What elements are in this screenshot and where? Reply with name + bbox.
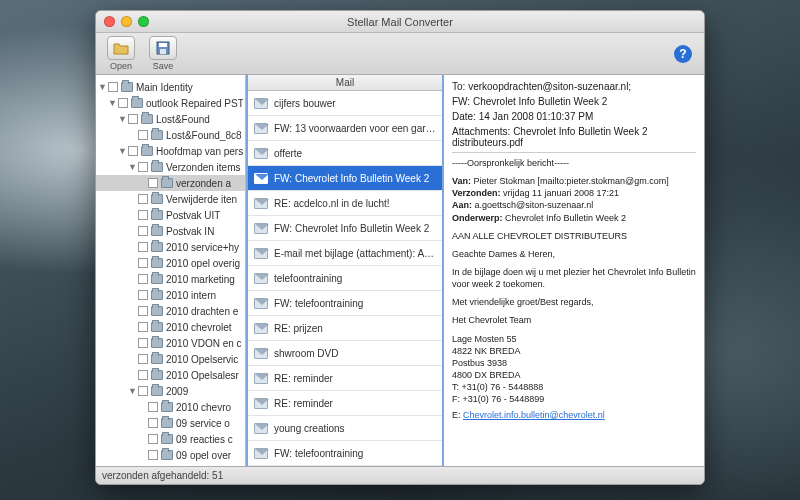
address-line: 4800 DX BREDA <box>452 369 696 381</box>
folder-icon <box>151 338 163 348</box>
mail-subject: shwroom DVD <box>274 348 338 359</box>
checkbox[interactable] <box>138 194 148 204</box>
tree-item[interactable]: 2010 chevro <box>96 399 245 415</box>
mail-subject: FW: Chevrolet Info Bulletin Week 2 <box>274 173 429 184</box>
help-button[interactable]: ? <box>674 45 692 63</box>
tree-item[interactable]: 2010 marketing <box>96 271 245 287</box>
mail-row[interactable]: shwroom DVD <box>248 341 442 366</box>
tree-item-label: 2010 VDON en c <box>166 338 242 349</box>
checkbox[interactable] <box>138 226 148 236</box>
save-button[interactable]: Save <box>144 36 182 71</box>
envelope-icon <box>254 198 268 209</box>
mail-row[interactable]: cijfers bouwer <box>248 91 442 116</box>
checkbox[interactable] <box>138 162 148 172</box>
checkbox[interactable] <box>138 242 148 252</box>
checkbox[interactable] <box>148 418 158 428</box>
orig-onderwerp: Onderwerp: Chevrolet Info Bulletin Week … <box>452 212 696 224</box>
tree-item[interactable]: 2010 Opelsalesr <box>96 367 245 383</box>
tree-item[interactable]: 2010 chevrolet <box>96 319 245 335</box>
checkbox[interactable] <box>148 178 158 188</box>
checkbox[interactable] <box>148 434 158 444</box>
checkbox[interactable] <box>138 210 148 220</box>
disclosure-triangle-icon[interactable]: ▼ <box>128 386 137 396</box>
envelope-icon <box>254 423 268 434</box>
tree-item[interactable]: Lost&Found_8c8 <box>96 127 245 143</box>
to-value: verkoopdrachten@siton-suzenaar.nl; <box>468 81 631 92</box>
mail-row[interactable]: telefoontraining <box>248 266 442 291</box>
mail-row[interactable]: FW: 13 voorwaarden voor een garantie... <box>248 116 442 141</box>
checkbox[interactable] <box>138 130 148 140</box>
tree-item[interactable]: 2010 drachten e <box>96 303 245 319</box>
disclosure-triangle-icon[interactable]: ▼ <box>118 114 127 124</box>
tree-item[interactable]: Verwijderde iten <box>96 191 245 207</box>
tree-item[interactable]: 09 opel over <box>96 447 245 463</box>
tree-item[interactable]: verzonden a <box>96 175 245 191</box>
tree-item[interactable]: 2010 Opelservic <box>96 351 245 367</box>
checkbox[interactable] <box>138 306 148 316</box>
tree-item[interactable]: ▼Lost&Found <box>96 111 245 127</box>
folder-icon <box>151 258 163 268</box>
tree-item[interactable]: 09 service o <box>96 415 245 431</box>
disclosure-triangle-icon[interactable]: ▼ <box>118 146 127 156</box>
folder-icon <box>131 98 143 108</box>
mail-row[interactable]: RE: reminder <box>248 366 442 391</box>
checkbox[interactable] <box>138 290 148 300</box>
checkbox[interactable] <box>148 402 158 412</box>
tree-item[interactable]: 2010 VDON en c <box>96 335 245 351</box>
checkbox[interactable] <box>108 82 118 92</box>
tree-item[interactable]: ▼2009 <box>96 383 245 399</box>
tree-item[interactable]: 09 reacties c <box>96 431 245 447</box>
address-line: 4822 NK BREDA <box>452 345 696 357</box>
envelope-icon <box>254 348 268 359</box>
folder-tree[interactable]: ▼Main Identity▼outlook Repaired PST▼Lost… <box>96 75 246 466</box>
orig-aan: Aan: a.goettsch@siton-suzenaar.nl <box>452 199 696 211</box>
tree-item[interactable]: ▼Main Identity <box>96 79 245 95</box>
checkbox[interactable] <box>128 114 138 124</box>
checkbox[interactable] <box>138 386 148 396</box>
tree-item[interactable]: Postvak UIT <box>96 207 245 223</box>
folder-icon <box>151 322 163 332</box>
mail-row[interactable]: E-mail met bijlage (attachment): Are%2..… <box>248 241 442 266</box>
tree-item[interactable]: 2010 intern <box>96 287 245 303</box>
tree-item[interactable]: Postvak IN <box>96 223 245 239</box>
mail-row[interactable]: FW: telefoontraining <box>248 291 442 316</box>
email-link[interactable]: Chevrolet.info.bulletin@chevrolet.nl <box>463 410 605 420</box>
mail-row[interactable]: FW: Chevrolet Info Bulletin Week 2 <box>248 166 442 191</box>
preview-pane[interactable]: To: verkoopdrachten@siton-suzenaar.nl; F… <box>444 75 704 466</box>
checkbox[interactable] <box>118 98 128 108</box>
disclosure-triangle-icon[interactable]: ▼ <box>98 82 107 92</box>
envelope-icon <box>254 248 268 259</box>
titlebar[interactable]: Stellar Mail Converter <box>96 11 704 33</box>
checkbox[interactable] <box>138 338 148 348</box>
open-button[interactable]: Open <box>102 36 140 71</box>
mail-row[interactable]: young creations <box>248 416 442 441</box>
envelope-icon <box>254 373 268 384</box>
checkbox[interactable] <box>138 354 148 364</box>
mail-list[interactable]: cijfers bouwerFW: 13 voorwaarden voor ee… <box>248 91 442 466</box>
checkbox[interactable] <box>138 274 148 284</box>
disclosure-triangle-icon[interactable]: ▼ <box>128 162 137 172</box>
mail-subject: RE: acdelco.nl in de lucht! <box>274 198 390 209</box>
tree-item[interactable]: 2010 service+hy <box>96 239 245 255</box>
disclosure-triangle-icon[interactable]: ▼ <box>108 98 117 108</box>
save-icon <box>149 36 177 60</box>
checkbox[interactable] <box>128 146 138 156</box>
tree-item[interactable]: ▼Hoofdmap van perso <box>96 143 245 159</box>
mail-row[interactable]: RE: prijzen <box>248 316 442 341</box>
tree-item[interactable]: 2010 opel overig <box>96 255 245 271</box>
envelope-icon <box>254 323 268 334</box>
mail-row[interactable]: FW: Chevrolet Info Bulletin Week 2 <box>248 216 442 241</box>
tree-item[interactable]: ▼Verzonden items <box>96 159 245 175</box>
checkbox[interactable] <box>138 370 148 380</box>
mail-row[interactable]: FW: telefoontraining <box>248 441 442 466</box>
mail-row[interactable]: offerte <box>248 141 442 166</box>
orig-van: Van: Pieter Stokman [mailto:pieter.stokm… <box>452 175 696 187</box>
mail-row[interactable]: RE: reminder <box>248 391 442 416</box>
checkbox[interactable] <box>138 258 148 268</box>
folder-icon <box>151 226 163 236</box>
tree-item[interactable]: ▼outlook Repaired PST <box>96 95 245 111</box>
mail-row[interactable]: RE: acdelco.nl in de lucht! <box>248 191 442 216</box>
checkbox[interactable] <box>148 450 158 460</box>
checkbox[interactable] <box>138 322 148 332</box>
tree-item-label: Postvak IN <box>166 226 214 237</box>
